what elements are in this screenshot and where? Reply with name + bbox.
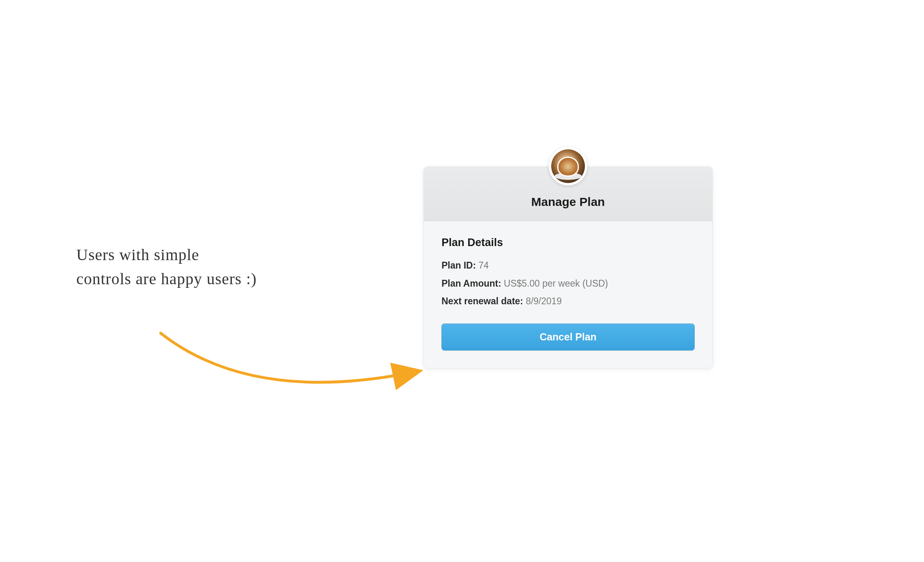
cancel-plan-button[interactable]: Cancel Plan xyxy=(442,324,695,350)
avatar xyxy=(551,149,585,183)
plan-id-row: Plan ID: 74 xyxy=(442,259,695,273)
card-header: Manage Plan xyxy=(424,167,712,221)
card-body: Plan Details Plan ID: 74 Plan Amount: US… xyxy=(424,221,712,368)
arrow-icon xyxy=(153,325,434,405)
plan-amount-label: Plan Amount: xyxy=(442,278,501,289)
plan-amount-value: US$5.00 per week (USD) xyxy=(504,278,608,289)
next-renewal-label: Next renewal date: xyxy=(442,296,523,306)
manage-plan-card: Manage Plan Plan Details Plan ID: 74 Pla… xyxy=(423,167,713,369)
annotation-text: Users with simple controls are happy use… xyxy=(76,243,257,291)
annotation-caption: Users with simple controls are happy use… xyxy=(76,243,257,291)
card-title: Manage Plan xyxy=(436,195,700,209)
plan-details-heading: Plan Details xyxy=(442,236,695,249)
plan-id-label: Plan ID: xyxy=(442,260,476,271)
next-renewal-row: Next renewal date: 8/9/2019 xyxy=(442,294,695,308)
plan-amount-row: Plan Amount: US$5.00 per week (USD) xyxy=(442,277,695,291)
next-renewal-value: 8/9/2019 xyxy=(526,296,562,306)
avatar-wrapper xyxy=(549,147,587,185)
plan-id-value: 74 xyxy=(478,260,489,271)
